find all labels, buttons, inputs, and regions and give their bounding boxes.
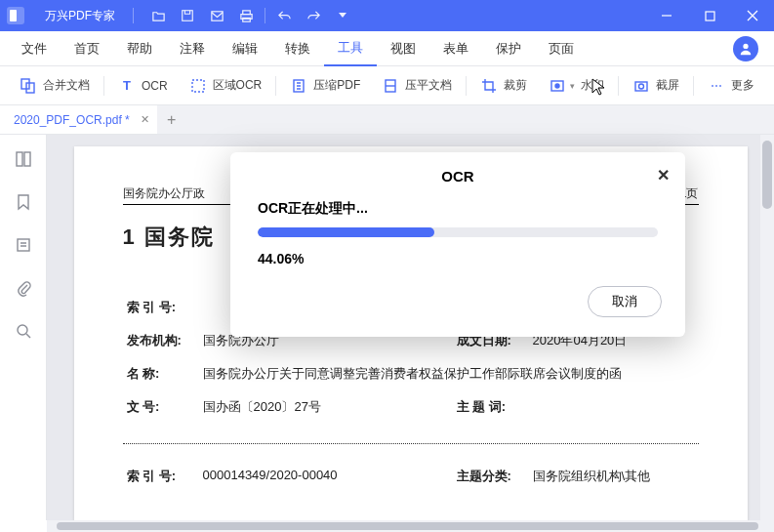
toolbar-divider bbox=[103, 76, 104, 96]
svg-rect-14 bbox=[192, 80, 204, 92]
toolbar-divider bbox=[275, 76, 276, 96]
compress-icon bbox=[290, 77, 307, 95]
svg-rect-13 bbox=[26, 83, 34, 93]
merge-button[interactable]: 合并文档 bbox=[10, 66, 100, 105]
crop-icon bbox=[480, 77, 498, 95]
progress-status: OCR正在处理中... bbox=[258, 200, 658, 218]
cancel-button[interactable]: 取消 bbox=[588, 286, 662, 317]
menu-tools[interactable]: 工具 bbox=[324, 31, 377, 66]
ocr-button[interactable]: TOCR bbox=[108, 66, 178, 105]
maximize-button[interactable] bbox=[688, 0, 731, 31]
thumbnails-icon[interactable] bbox=[13, 148, 34, 170]
svg-rect-22 bbox=[24, 152, 30, 166]
table-row: 索 引 号:000014349/2020-00040主题分类:国务院组织机构\其… bbox=[123, 460, 699, 493]
screenshot-button[interactable]: 截屏 bbox=[623, 66, 689, 105]
dialog-close-icon[interactable]: ✕ bbox=[657, 166, 670, 184]
section-divider bbox=[123, 443, 699, 444]
svg-rect-8 bbox=[706, 12, 714, 20]
title-bar: 万兴PDF专家 bbox=[0, 0, 774, 31]
svg-point-20 bbox=[639, 84, 644, 89]
toolbar: 合并文档 TOCR 区域OCR 压缩PDF 压平文档 裁剪 ▾水印 截屏 ⋯更多 bbox=[0, 66, 774, 105]
svg-line-25 bbox=[26, 334, 30, 338]
svg-point-18 bbox=[555, 84, 559, 88]
menu-home[interactable]: 首页 bbox=[61, 31, 113, 66]
open-icon[interactable] bbox=[143, 0, 173, 31]
flatten-icon bbox=[382, 77, 399, 95]
ocr-progress-dialog: OCR ✕ OCR正在处理中... 44.06% 取消 bbox=[230, 152, 685, 337]
menu-convert[interactable]: 转换 bbox=[271, 31, 324, 66]
app-logo-icon bbox=[0, 0, 31, 31]
search-icon[interactable] bbox=[13, 320, 34, 342]
svg-rect-21 bbox=[17, 152, 22, 166]
ocr-icon: T bbox=[118, 77, 136, 95]
merge-icon bbox=[20, 77, 37, 95]
menu-forms[interactable]: 表单 bbox=[429, 31, 482, 66]
menu-file[interactable]: 文件 bbox=[8, 31, 61, 66]
mail-icon[interactable] bbox=[202, 0, 231, 31]
watermark-icon bbox=[549, 77, 566, 95]
bookmark-icon[interactable] bbox=[13, 191, 34, 213]
titlebar-divider bbox=[133, 8, 134, 23]
attachments-icon[interactable] bbox=[13, 277, 34, 299]
svg-rect-23 bbox=[18, 239, 29, 251]
menu-view[interactable]: 视图 bbox=[377, 31, 429, 66]
menu-protect[interactable]: 保护 bbox=[482, 31, 535, 66]
svg-rect-12 bbox=[21, 79, 29, 89]
svg-rect-3 bbox=[211, 11, 222, 20]
toolbar-divider bbox=[618, 76, 619, 96]
menu-edit[interactable]: 编辑 bbox=[219, 31, 271, 66]
tab-title: 2020_PDF_OCR.pdf * bbox=[14, 113, 130, 127]
annotations-icon[interactable] bbox=[13, 234, 34, 256]
progress-fill bbox=[258, 227, 434, 237]
vertical-scrollbar[interactable] bbox=[760, 135, 774, 520]
scrollbar-thumb[interactable] bbox=[762, 141, 772, 209]
minimize-button[interactable] bbox=[645, 0, 688, 31]
titlebar-divider bbox=[265, 8, 265, 23]
menu-annotate[interactable]: 注释 bbox=[166, 31, 219, 66]
table-row: 名 称:国务院办公厅关于同意调整完善消费者权益保护工作部际联席会议制度的函 bbox=[123, 357, 699, 390]
dialog-title: OCR bbox=[441, 168, 473, 184]
more-button[interactable]: ⋯更多 bbox=[698, 66, 764, 105]
undo-icon[interactable] bbox=[269, 0, 299, 31]
menu-bar: 文件 首页 帮助 注释 编辑 转换 工具 视图 表单 保护 页面 bbox=[0, 31, 774, 66]
svg-rect-1 bbox=[10, 10, 17, 21]
area-ocr-icon bbox=[189, 77, 207, 95]
svg-point-24 bbox=[18, 325, 27, 335]
tab-strip: 2020_PDF_OCR.pdf * ✕ + bbox=[0, 105, 774, 135]
horizontal-scrollbar[interactable] bbox=[47, 520, 774, 532]
close-button[interactable] bbox=[731, 0, 774, 31]
progress-bar bbox=[258, 227, 658, 237]
user-avatar-icon[interactable] bbox=[733, 36, 758, 61]
camera-icon bbox=[632, 77, 650, 95]
area-ocr-button[interactable]: 区域OCR bbox=[180, 66, 272, 105]
dropdown-icon[interactable] bbox=[328, 0, 357, 31]
more-icon: ⋯ bbox=[708, 77, 725, 95]
menu-pages[interactable]: 页面 bbox=[535, 31, 588, 66]
tab-close-icon[interactable]: ✕ bbox=[141, 113, 149, 126]
toolbar-divider bbox=[693, 76, 694, 96]
progress-percent: 44.06% bbox=[258, 251, 658, 266]
info-table-2: 索 引 号:000014349/2020-00040主题分类:国务院组织机构\其… bbox=[123, 460, 699, 493]
svg-rect-6 bbox=[242, 18, 250, 21]
crop-button[interactable]: 裁剪 bbox=[470, 66, 537, 105]
page-header-left: 国务院办公厅政 bbox=[123, 185, 205, 202]
svg-rect-2 bbox=[183, 11, 193, 21]
toolbar-divider bbox=[466, 76, 467, 96]
save-icon[interactable] bbox=[173, 0, 202, 31]
menu-help[interactable]: 帮助 bbox=[113, 31, 166, 66]
quick-access-toolbar bbox=[143, 0, 357, 31]
scrollbar-thumb[interactable] bbox=[57, 522, 758, 530]
app-title: 万兴PDF专家 bbox=[31, 8, 129, 24]
chevron-down-icon: ▾ bbox=[570, 81, 575, 91]
document-tab[interactable]: 2020_PDF_OCR.pdf * ✕ bbox=[0, 105, 157, 134]
new-tab-button[interactable]: + bbox=[157, 105, 186, 134]
redo-icon[interactable] bbox=[299, 0, 328, 31]
flatten-button[interactable]: 压平文档 bbox=[372, 66, 462, 105]
table-row: 文 号:国办函〔2020〕27号主 题 词: bbox=[123, 390, 699, 424]
svg-point-11 bbox=[743, 43, 748, 48]
side-panel bbox=[0, 135, 47, 520]
print-icon[interactable] bbox=[231, 0, 261, 31]
compress-button[interactable]: 压缩PDF bbox=[280, 66, 370, 105]
watermark-button[interactable]: ▾水印 bbox=[539, 66, 614, 105]
